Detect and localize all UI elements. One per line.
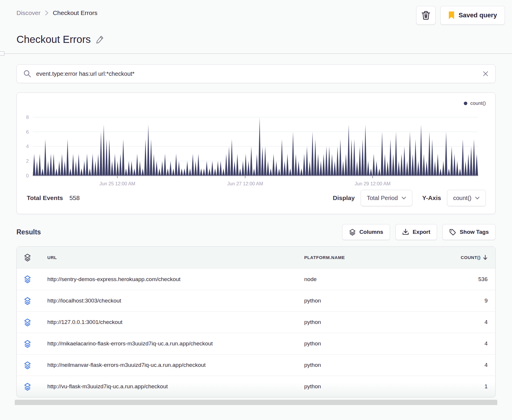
title-row: Checkout Errors xyxy=(0,25,512,45)
platform-cell: node xyxy=(304,276,404,283)
breadcrumb: Discover Checkout Errors xyxy=(16,6,97,16)
svg-text:2: 2 xyxy=(26,158,29,164)
platform-cell: python xyxy=(304,340,404,347)
topbar-actions: Saved query xyxy=(416,6,505,25)
search-input[interactable] xyxy=(36,70,478,77)
chevron-right-icon xyxy=(45,10,49,16)
count-cell: 4 xyxy=(411,340,488,347)
table-header-row: URL PLATFORM.NAME COUNT() xyxy=(17,247,495,268)
saved-query-button[interactable]: Saved query xyxy=(440,6,505,25)
total-events-label: Total Events xyxy=(27,194,63,201)
columns-button[interactable]: Columns xyxy=(342,224,390,240)
svg-text:6: 6 xyxy=(26,129,29,135)
bookmark-icon xyxy=(448,11,455,19)
chart-legend[interactable]: count() xyxy=(464,100,486,106)
show-tags-button-label: Show Tags xyxy=(460,229,489,235)
breadcrumb-discover[interactable]: Discover xyxy=(16,9,41,16)
total-events: Total Events 558 xyxy=(27,194,80,201)
yaxis-select[interactable]: count() xyxy=(447,190,486,206)
table-row: http://sentry-demos-express.herokuapp.co… xyxy=(17,268,495,290)
events-bar-chart[interactable]: 02468Jun 25 12:00 AMJun 27 12:00 AMJun 2… xyxy=(23,111,489,187)
svg-text:0: 0 xyxy=(26,173,29,179)
panel-resize-handle[interactable] xyxy=(0,51,4,56)
url-cell[interactable]: http://vu-flask-m3uuizd7iq-uc.a.run.app/… xyxy=(47,383,297,390)
columns-button-label: Columns xyxy=(359,229,383,235)
count-cell: 4 xyxy=(411,362,488,368)
results-title: Results xyxy=(16,228,41,236)
table-body: http://sentry-demos-express.herokuapp.co… xyxy=(17,268,495,397)
delete-query-button[interactable] xyxy=(416,6,436,25)
edit-title-pencil-icon[interactable] xyxy=(96,35,104,44)
count-cell: 4 xyxy=(411,319,488,325)
table-row: http://mikaelacarino-flask-errors-m3uuiz… xyxy=(17,333,495,354)
sort-desc-arrow-icon xyxy=(483,255,488,260)
show-tags-button[interactable]: Show Tags xyxy=(442,224,496,240)
export-button[interactable]: Export xyxy=(395,224,437,240)
column-header-platform[interactable]: PLATFORM.NAME xyxy=(304,255,404,260)
display-select[interactable]: Total Period xyxy=(361,190,412,206)
yaxis-select-value: count() xyxy=(453,195,471,201)
chevron-down-icon xyxy=(401,196,406,200)
svg-text:Jun 29 12:00 AM: Jun 29 12:00 AM xyxy=(355,181,391,186)
stack-icon xyxy=(24,253,40,261)
platform-cell: python xyxy=(304,298,404,304)
clear-search-icon[interactable] xyxy=(482,70,489,77)
url-cell[interactable]: http://sentry-demos-express.herokuapp.co… xyxy=(47,276,297,283)
url-cell[interactable]: http://127.0.0.1:3001/checkout xyxy=(47,319,297,325)
search-bar xyxy=(16,64,496,83)
stacked-events-icon[interactable] xyxy=(24,383,40,391)
url-cell[interactable]: http://localhost:3003/checkout xyxy=(47,298,297,304)
count-cell: 1 xyxy=(411,383,488,390)
stacked-events-icon[interactable] xyxy=(24,297,40,305)
column-header-count[interactable]: COUNT() xyxy=(411,255,488,260)
tag-icon xyxy=(449,229,456,236)
cutoff-element-edge xyxy=(15,400,497,405)
saved-query-label: Saved query xyxy=(459,11,497,19)
legend-series-label: count() xyxy=(470,100,486,106)
column-header-url[interactable]: URL xyxy=(47,255,297,260)
url-cell[interactable]: http://mikaelacarino-flask-errors-m3uuiz… xyxy=(47,340,297,347)
trash-icon xyxy=(421,11,430,20)
stacked-events-icon[interactable] xyxy=(24,318,40,326)
stacked-events-icon[interactable] xyxy=(24,361,40,369)
display-select-value: Total Period xyxy=(367,195,398,201)
page-title: Checkout Errors xyxy=(16,33,91,45)
header-divider xyxy=(0,53,512,54)
legend-series-dot xyxy=(464,102,467,105)
chevron-down-icon xyxy=(475,196,480,200)
results-header: Results Columns xyxy=(16,224,496,240)
yaxis-label: Y-Axis xyxy=(422,194,441,201)
results-actions: Columns Export xyxy=(342,224,496,240)
discover-saved-query-page: Discover Checkout Errors xyxy=(0,0,512,420)
svg-text:Jun 27 12:00 AM: Jun 27 12:00 AM xyxy=(227,181,263,186)
stacked-events-icon[interactable] xyxy=(24,340,40,348)
table-row: http://vu-flask-m3uuizd7iq-uc.a.run.app/… xyxy=(17,376,495,397)
table-row: http://127.0.0.1:3001/checkout python 4 xyxy=(17,311,495,333)
search-icon xyxy=(23,70,31,78)
topbar: Discover Checkout Errors xyxy=(0,0,512,25)
platform-cell: python xyxy=(304,319,404,325)
layers-icon xyxy=(349,229,356,236)
table-row: http://neilmanvar-flask-errors-m3uuizd7i… xyxy=(17,354,495,376)
total-events-value: 558 xyxy=(69,194,80,201)
stacked-events-icon[interactable] xyxy=(24,275,40,283)
display-label: Display xyxy=(333,194,355,201)
breadcrumb-current: Checkout Errors xyxy=(53,9,98,16)
count-cell: 9 xyxy=(411,298,488,304)
results-table: URL PLATFORM.NAME COUNT() http xyxy=(16,246,496,397)
platform-cell: python xyxy=(304,362,404,368)
svg-text:Jun 25 12:00 AM: Jun 25 12:00 AM xyxy=(99,181,135,186)
chart-footer: Total Events 558 Display Total Period Y-… xyxy=(23,187,489,212)
svg-text:8: 8 xyxy=(26,114,29,120)
count-cell: 536 xyxy=(411,276,488,283)
download-icon xyxy=(402,229,409,236)
url-cell[interactable]: http://neilmanvar-flask-errors-m3uuizd7i… xyxy=(47,362,297,368)
export-button-label: Export xyxy=(413,229,430,235)
platform-cell: python xyxy=(304,383,404,390)
chart-card: count() 02468Jun 25 12:00 AMJun 27 12:00… xyxy=(16,93,496,214)
svg-text:4: 4 xyxy=(26,143,29,149)
chart-controls: Display Total Period Y-Axis count() xyxy=(333,190,486,206)
table-row: http://localhost:3003/checkout python 9 xyxy=(17,290,495,311)
